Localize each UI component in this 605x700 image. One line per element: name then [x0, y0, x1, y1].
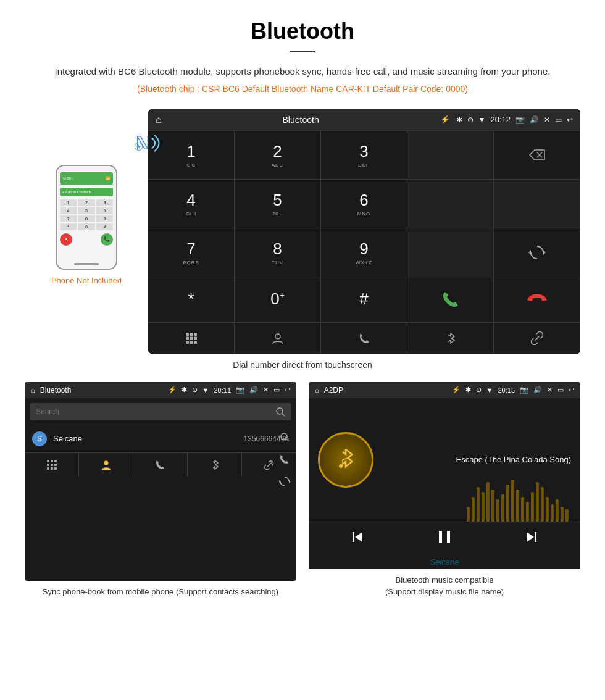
svg-rect-37	[477, 487, 480, 522]
dial-key-6[interactable]: 6MNO	[321, 180, 407, 228]
bottom-phone-icon[interactable]	[321, 323, 407, 354]
bottom-link-icon[interactable]	[494, 323, 580, 354]
bottom-contacts-icon[interactable]	[235, 323, 321, 354]
music-back-icon[interactable]: ↩	[569, 386, 574, 394]
phone-keypad: 123 456 789 *0#	[60, 199, 113, 230]
music-home-icon[interactable]: ⌂	[315, 386, 319, 394]
music-prev-button[interactable]	[350, 530, 365, 548]
svg-point-32	[339, 464, 343, 468]
dial-key-8[interactable]: 8TUV	[235, 228, 321, 277]
phonebook-contact-item[interactable]: S Seicane 13566664466	[25, 425, 296, 452]
page-title: Bluetooth	[25, 19, 580, 44]
bottom-dialpad-icon[interactable]	[148, 323, 235, 354]
pb-back-icon[interactable]: ↩	[285, 386, 290, 394]
pb-person-icon[interactable]	[79, 453, 133, 477]
main-section: ℕ ⍟ M:20 📶 + Add to Contacts 123 456	[25, 109, 580, 354]
svg-rect-35	[467, 507, 470, 522]
svg-rect-27	[54, 464, 57, 466]
close-icon[interactable]: ✕	[544, 115, 550, 124]
music-next-button[interactable]	[524, 530, 539, 548]
dial-backspace-button[interactable]	[494, 131, 580, 180]
svg-rect-58	[439, 531, 442, 543]
music-content: Escape (The Pina Colada Song)	[309, 398, 580, 522]
pb-home-icon[interactable]: ⌂	[31, 386, 35, 394]
svg-rect-9	[186, 336, 189, 340]
svg-rect-11	[194, 336, 197, 340]
music-title: A2DP	[324, 386, 447, 394]
phonebook-header: ⌂ Bluetooth ⚡ ✱ ⊙ ▼ 20:11 📷 🔊 ✕ ▭ ↩	[25, 382, 296, 398]
pb-phone-icon[interactable]	[133, 453, 188, 477]
pb-refresh-icon[interactable]	[279, 476, 290, 487]
svg-rect-46	[521, 497, 524, 522]
svg-rect-55	[565, 509, 569, 522]
phonebook-title: Bluetooth	[40, 386, 163, 394]
dial-refresh-button[interactable]	[494, 228, 580, 277]
dial-key-2[interactable]: 2ABC	[235, 131, 321, 180]
dial-key-hash[interactable]: #	[321, 277, 407, 322]
phone-screen: M:20 📶	[60, 172, 113, 185]
bottom-bluetooth-icon[interactable]	[407, 323, 494, 354]
dial-caption: Dial number direct from touchscreen	[25, 360, 580, 370]
dialer-header: ⌂ Bluetooth ⚡ ✱ ⊙ ▼ 20:12 📷 🔊 ✕ ▭ ↩	[148, 109, 580, 130]
dial-key-5[interactable]: 5JKL	[235, 180, 321, 228]
music-screenshot: ⌂ A2DP ⚡ ✱ ⊙ ▼ 20:15 📷 🔊 ✕ ▭ ↩	[309, 382, 580, 569]
svg-rect-24	[54, 460, 57, 462]
dial-call-red-button[interactable]	[494, 277, 580, 322]
music-play-pause-button[interactable]	[436, 528, 453, 549]
music-song-title: Escape (The Pina Colada Song)	[383, 455, 571, 464]
pb-usb-icon: ⚡	[168, 386, 177, 394]
bluetooth-signal-icon: ℕ ⍟	[130, 128, 167, 159]
dial-key-empty-1	[407, 131, 494, 180]
svg-line-17	[282, 414, 285, 416]
dial-key-0[interactable]: 0+	[235, 277, 321, 322]
dial-key-empty-4	[407, 228, 494, 277]
svg-rect-45	[516, 490, 519, 522]
dial-call-green-button[interactable]	[407, 277, 494, 322]
home-icon[interactable]: ⌂	[156, 114, 162, 125]
phone-illustration: ℕ ⍟ M:20 📶 + Add to Contacts 123 456	[25, 109, 148, 285]
music-bt-icon: ✱	[465, 386, 471, 394]
svg-rect-53	[556, 499, 559, 522]
svg-rect-30	[54, 467, 57, 470]
phonebook-screenshot: ⌂ Bluetooth ⚡ ✱ ⊙ ▼ 20:11 📷 🔊 ✕ ▭ ↩ Sear…	[25, 382, 296, 581]
back-icon[interactable]: ↩	[567, 115, 573, 124]
svg-rect-26	[51, 464, 53, 466]
dial-key-star[interactable]: *	[148, 277, 235, 322]
svg-marker-4	[543, 250, 546, 255]
music-close-icon[interactable]: ✕	[547, 386, 553, 394]
pb-bluetooth-icon[interactable]	[188, 453, 242, 477]
phonebook-contact-list: S Seicane 13566664466	[25, 425, 296, 452]
dial-key-3[interactable]: 3DEF	[321, 131, 407, 180]
bluetooth-music-icon	[330, 444, 361, 475]
search-icon[interactable]	[275, 407, 285, 417]
dial-key-empty-3	[494, 180, 580, 228]
music-album-art	[318, 432, 373, 488]
svg-rect-28	[47, 467, 49, 470]
pb-wifi-icon: ▼	[202, 386, 209, 394]
svg-rect-22	[47, 460, 49, 462]
bluetooth-header-icon: ✱	[456, 115, 462, 124]
music-controls	[309, 522, 580, 555]
dial-key-7[interactable]: 7PQRS	[148, 228, 235, 277]
phone-home-bar	[74, 263, 99, 265]
phonebook-caption: Sync phone-book from mobile phone (Suppo…	[25, 586, 296, 598]
dial-key-4[interactable]: 4GHI	[148, 180, 235, 228]
dialer-title: Bluetooth	[168, 115, 434, 125]
svg-rect-48	[531, 492, 534, 522]
phone-not-included-label: Phone Not Included	[51, 276, 122, 285]
music-usb-icon: ⚡	[452, 386, 461, 394]
pb-loc-icon: ⊙	[192, 386, 198, 394]
svg-rect-59	[447, 531, 450, 543]
pb-dialpad-icon[interactable]	[25, 453, 79, 477]
svg-rect-36	[472, 497, 475, 522]
svg-point-16	[277, 408, 283, 414]
dial-key-9[interactable]: 9WXYZ	[321, 228, 407, 277]
pb-call-icon[interactable]	[279, 454, 290, 465]
dial-key-empty-2	[407, 180, 494, 228]
search-placeholder: Search	[36, 407, 59, 416]
svg-point-15	[275, 334, 280, 339]
pb-vol-icon: 🔊	[249, 386, 258, 394]
bluetooth-info-text: (Bluetooth chip : CSR BC6 Default Blueto…	[25, 84, 580, 94]
pb-search-icon[interactable]	[279, 431, 290, 443]
pb-close-icon[interactable]: ✕	[263, 386, 269, 394]
